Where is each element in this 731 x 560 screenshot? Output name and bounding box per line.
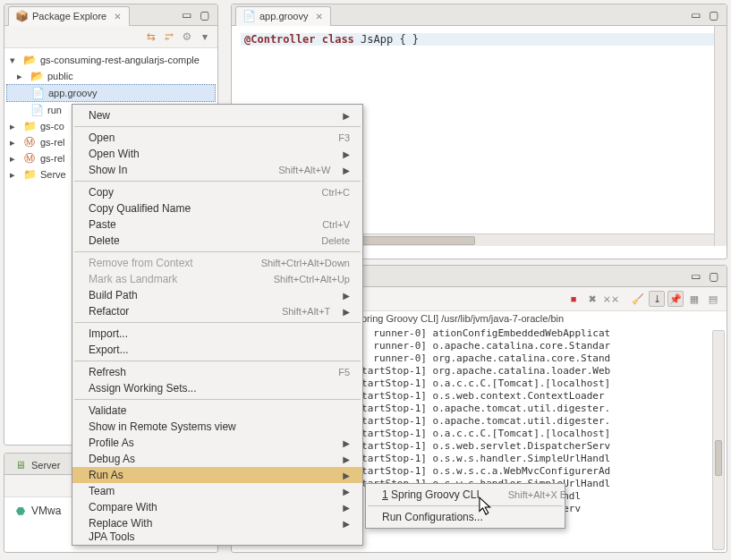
tab-servers[interactable]: 🖥 Server (8, 455, 67, 475)
filters-icon[interactable]: ⚙ (180, 30, 194, 44)
folder-icon: 📁 (22, 119, 37, 133)
remove-all-button[interactable]: ⨯⨯ (603, 291, 619, 307)
tree-label: gs-rel (40, 137, 65, 148)
maven-icon: Ⓜ (22, 151, 37, 165)
server-icon: 🖥 (13, 458, 28, 472)
menu-show-remote[interactable]: Show in Remote Systems view (72, 419, 362, 435)
menu-run-as[interactable]: Run As▶ (72, 467, 362, 483)
tree-label: public (47, 71, 73, 81)
server-label: VMwa (31, 505, 61, 517)
run-as-submenu: 1 Spring Groovy CLI Shift+Alt+X B Run Co… (365, 483, 565, 529)
link-editor-icon[interactable]: ⥂ (162, 30, 176, 44)
close-icon[interactable]: ✕ (114, 12, 121, 21)
maximize-icon[interactable]: ▢ (707, 269, 721, 284)
menu-refactor[interactable]: RefactorShift+Alt+T▶ (72, 303, 362, 319)
menu-compare-with[interactable]: Compare With▶ (72, 499, 362, 515)
clear-console-button[interactable]: 🧹 (630, 291, 646, 307)
pkg-tab-bar: 📦 Package Explore ✕ ▭ ▢ (4, 4, 217, 26)
editor-vertical-scrollbar[interactable] (714, 26, 727, 246)
tree-label: run (47, 105, 62, 115)
console-vertical-scrollbar[interactable] (712, 330, 725, 550)
menu-assign-working-sets[interactable]: Assign Working Sets... (72, 380, 362, 396)
collapse-all-icon[interactable]: ⇆ (144, 30, 158, 44)
menu-show-in[interactable]: Show InShift+Alt+W▶ (72, 162, 362, 178)
file-app-groovy[interactable]: 📄 app.groovy (6, 84, 216, 102)
menu-build-path[interactable]: Build Path▶ (72, 287, 362, 303)
package-explorer-icon: 📦 (14, 9, 29, 23)
scrollbar-thumb[interactable] (715, 440, 722, 476)
menu-team[interactable]: Team▶ (72, 483, 362, 499)
menu-import[interactable]: Import... (72, 326, 362, 342)
menu-replace-with[interactable]: Replace With▶ (72, 515, 362, 531)
menu-jpa-tools[interactable]: JPA Tools (72, 531, 362, 542)
menu-mark-as-landmark: Mark as LandmarkShift+Ctrl+Alt+Up (72, 271, 362, 287)
code-keyword: class (322, 33, 354, 46)
remove-launch-button[interactable]: ✖ (584, 291, 600, 307)
tree-label: app.groovy (48, 88, 97, 98)
minimize-icon[interactable]: ▭ (689, 269, 703, 284)
menu-delete[interactable]: DeleteDelete (72, 233, 362, 249)
tab-label: app.groovy (259, 11, 308, 21)
terminate-button[interactable]: ■ (565, 291, 582, 307)
scroll-lock-button[interactable]: ⤓ (649, 291, 665, 307)
code-annotation: @Controller (244, 33, 315, 46)
tree-label: gs-rel (40, 153, 65, 164)
tab-label: Package Explore (32, 11, 106, 21)
folder-icon: 📂 (22, 53, 37, 67)
submenu-run-configurations[interactable]: Run Configurations... (366, 509, 565, 525)
menu-open-with[interactable]: Open With▶ (72, 146, 362, 162)
minimize-icon[interactable]: ▭ (689, 8, 703, 22)
open-console-button[interactable]: ▤ (705, 291, 721, 307)
menu-refresh[interactable]: RefreshF5 (72, 364, 362, 380)
menu-new[interactable]: New▶ (72, 107, 362, 123)
project-root[interactable]: ▾📂 gs-consuming-rest-angularjs-comple (6, 52, 216, 68)
folder-public[interactable]: ▸📂 public (6, 68, 216, 84)
code-text: JsApp { } (354, 33, 419, 46)
tab-label: Server (31, 460, 60, 471)
menu-paste[interactable]: PasteCtrl+V (72, 216, 362, 233)
display-console-button[interactable]: ▦ (686, 291, 702, 307)
view-menu-icon[interactable]: ▾ (198, 30, 212, 44)
pkg-toolbar: ⇆ ⥂ ⚙ ▾ (4, 26, 217, 48)
minimize-icon[interactable]: ▭ (180, 8, 194, 22)
menu-profile-as[interactable]: Profile As▶ (72, 435, 362, 451)
menu-copy[interactable]: CopyCtrl+C (72, 184, 362, 200)
code-line: @Controller class JsApp { } (241, 33, 718, 46)
maximize-icon[interactable]: ▢ (707, 8, 721, 22)
menu-open[interactable]: OpenF3 (72, 130, 362, 146)
file-icon: 📄 (30, 103, 44, 117)
pin-console-button[interactable]: 📌 (667, 291, 684, 307)
tree-label: gs-co (40, 121, 64, 132)
groovy-file-icon: 📄 (242, 9, 256, 23)
menu-validate[interactable]: Validate (72, 403, 362, 419)
folder-icon: 📁 (22, 167, 37, 182)
groovy-file-icon: 📄 (30, 86, 45, 100)
context-menu: New▶ OpenF3 Open With▶ Show InShift+Alt+… (72, 104, 363, 546)
menu-export[interactable]: Export... (72, 342, 362, 358)
menu-remove-from-context: Remove from ContextShift+Ctrl+Alt+Down (72, 255, 362, 271)
maven-icon: Ⓜ (22, 135, 37, 149)
tree-label: Serve (40, 169, 66, 180)
menu-debug-as[interactable]: Debug As▶ (72, 451, 362, 467)
close-icon[interactable]: ✕ (315, 12, 322, 21)
vmware-icon: ⬣ (13, 504, 28, 518)
tree-label: gs-consuming-rest-angularjs-comple (40, 55, 200, 65)
tab-package-explorer[interactable]: 📦 Package Explore ✕ (8, 6, 130, 26)
editor-tab-bar: 📄 app.groovy ✕ ▭ ▢ (232, 4, 727, 26)
folder-icon: 📂 (30, 69, 44, 83)
maximize-icon[interactable]: ▢ (198, 8, 212, 22)
menu-copy-qualified-name[interactable]: Copy Qualified Name (72, 200, 362, 216)
tab-app-groovy[interactable]: 📄 app.groovy ✕ (235, 6, 331, 26)
submenu-spring-groovy-cli[interactable]: 1 Spring Groovy CLI Shift+Alt+X B (366, 487, 565, 503)
